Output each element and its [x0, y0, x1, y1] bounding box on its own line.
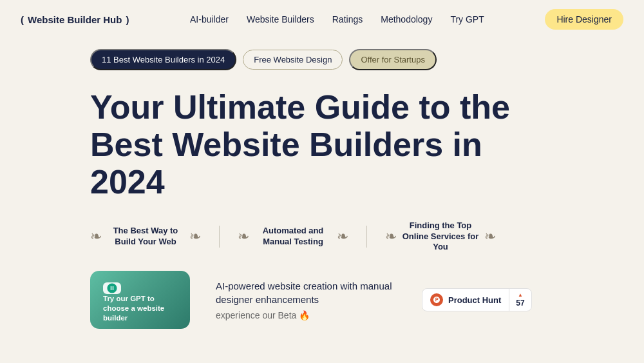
- ph-arrow-icon: ▲: [518, 292, 523, 298]
- logo-bracket-right: ): [126, 14, 129, 25]
- logo-text: Website Builder Hub: [28, 14, 122, 25]
- laurel-left-icon: ❧: [90, 230, 102, 244]
- nav-item-website-builders[interactable]: Website Builders: [247, 14, 314, 25]
- pill-website-builders[interactable]: 11 Best Website Builders in 2024: [90, 49, 236, 70]
- pills-row: 11 Best Website Builders in 2024 Free We…: [90, 49, 554, 70]
- badge-online-services: ❧ Finding the Top Online Services for Yo…: [367, 221, 514, 253]
- nav-item-ratings[interactable]: Ratings: [332, 14, 363, 25]
- description-sub: experience our Beta 🔥: [216, 310, 396, 320]
- nav-item-ai-builder[interactable]: AI-builder: [190, 14, 229, 25]
- hire-designer-button[interactable]: Hire Designer: [545, 9, 623, 30]
- fire-icon: 🔥: [299, 310, 310, 320]
- logo-bracket-left: (: [21, 14, 24, 25]
- ph-number: 57: [516, 299, 524, 308]
- laurel-left-3-icon: ❧: [385, 230, 397, 244]
- pill-offer-startups[interactable]: Offer for Startups: [349, 49, 436, 70]
- bottom-row: Try our GPT to choose a website builder …: [90, 271, 554, 329]
- laurel-right-2-icon: ❧: [337, 230, 348, 244]
- main-nav: AI-builder Website Builders Ratings Meth…: [190, 14, 484, 25]
- gpt-card[interactable]: Try our GPT to choose a website builder: [90, 271, 190, 329]
- product-hunt-badge[interactable]: Product Hunt ▲ 57: [422, 288, 532, 311]
- ph-logo-icon: [430, 293, 443, 306]
- badges-row: ❧ The Best Way to Build Your Web ❧ ❧ Aut…: [90, 221, 554, 253]
- site-logo[interactable]: ( Website Builder Hub ): [21, 14, 129, 25]
- ph-count: ▲ 57: [509, 289, 531, 311]
- laurel-left-2-icon: ❧: [238, 230, 249, 244]
- laurel-right-3-icon: ❧: [484, 230, 496, 244]
- pill-free-design[interactable]: Free Website Design: [243, 50, 343, 70]
- laurel-right-icon: ❧: [189, 230, 201, 244]
- description-main: AI-powered website creation with manual …: [216, 279, 396, 306]
- ph-left-section: Product Hunt: [422, 289, 509, 311]
- gpt-card-text: Try our GPT to choose a website builder: [103, 294, 177, 323]
- description-sub-text: experience our Beta: [216, 310, 296, 320]
- badge-testing: ❧ Automated and Manual Testing ❧: [220, 226, 367, 248]
- badge-text-3: Finding the Top Online Services for You: [402, 221, 479, 253]
- gpt-icon: [103, 282, 121, 294]
- nav-item-methodology[interactable]: Methodology: [381, 14, 432, 25]
- badge-text-1: The Best Way to Build Your Web: [107, 226, 184, 248]
- ph-label: Product Hunt: [448, 295, 501, 305]
- page-title: Your Ultimate Guide to the Best Website …: [90, 88, 554, 201]
- description-block: AI-powered website creation with manual …: [216, 279, 396, 320]
- badge-best-way: ❧ The Best Way to Build Your Web ❧: [90, 226, 220, 248]
- badge-text-2: Automated and Manual Testing: [254, 226, 332, 248]
- nav-item-try-gpt[interactable]: Try GPT: [450, 14, 484, 25]
